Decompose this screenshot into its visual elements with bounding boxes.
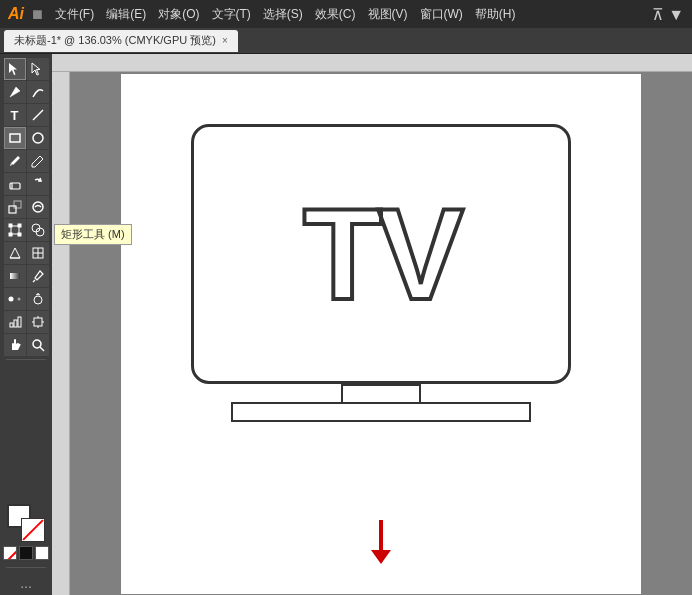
shape-builder-tool[interactable] — [27, 219, 49, 241]
line-tool[interactable] — [27, 104, 49, 126]
workspace-icon[interactable]: ⊼ ▼ — [652, 5, 684, 24]
svg-line-2 — [33, 110, 43, 120]
svg-rect-30 — [34, 318, 42, 326]
svg-line-36 — [40, 347, 44, 351]
menu-select[interactable]: 选择(S) — [263, 6, 303, 23]
menu-window[interactable]: 窗口(W) — [420, 6, 463, 23]
arrow-head — [371, 550, 391, 564]
menu-effect[interactable]: 效果(C) — [315, 6, 356, 23]
svg-point-35 — [33, 340, 41, 348]
more-tools-button[interactable]: ... — [20, 575, 32, 591]
pen-tool[interactable] — [4, 81, 26, 103]
tool-row-9 — [4, 242, 49, 264]
tv-screen: TV — [191, 124, 571, 384]
svg-marker-1 — [32, 63, 40, 75]
eyedropper-tool[interactable] — [27, 265, 49, 287]
tab-label: 未标题-1* @ 136.03% (CMYK/GPU 预览) — [14, 33, 216, 48]
svg-point-9 — [33, 202, 43, 212]
svg-rect-14 — [18, 233, 21, 236]
mesh-tool[interactable] — [27, 242, 49, 264]
canvas-wrapper: 软件自学网 WWW.RJZXW.COM TV — [52, 54, 692, 595]
scale-tool[interactable] — [4, 196, 26, 218]
paintbrush-tool[interactable] — [4, 150, 26, 172]
document-canvas: 软件自学网 WWW.RJZXW.COM TV — [121, 74, 641, 594]
tool-row-10 — [4, 265, 49, 287]
tool-row-12 — [4, 311, 49, 333]
tab-close-button[interactable]: × — [222, 35, 228, 46]
horizontal-ruler — [52, 54, 692, 72]
menu-text[interactable]: 文字(T) — [212, 6, 251, 23]
toolbar: 矩形工具 (M) T — [0, 54, 52, 595]
app-logo: Ai — [8, 5, 24, 23]
selection-tool[interactable] — [4, 58, 26, 80]
tool-row-1 — [4, 58, 49, 80]
document-tab[interactable]: 未标题-1* @ 136.03% (CMYK/GPU 预览) × — [4, 30, 238, 52]
graph-tool[interactable] — [4, 311, 26, 333]
tool-row-6 — [4, 173, 49, 195]
svg-rect-29 — [18, 317, 21, 327]
menu-object[interactable]: 对象(O) — [158, 6, 199, 23]
canvas-area[interactable]: 软件自学网 WWW.RJZXW.COM TV — [70, 72, 692, 595]
title-bar: Ai ■ 文件(F) 编辑(E) 对象(O) 文字(T) 选择(S) 效果(C)… — [0, 0, 692, 28]
color-area — [3, 504, 49, 564]
tool-row-4 — [4, 127, 49, 149]
svg-rect-8 — [14, 201, 21, 208]
direct-selection-tool[interactable] — [27, 58, 49, 80]
svg-point-4 — [33, 133, 43, 143]
blend-tool[interactable] — [4, 288, 26, 310]
menu-edit[interactable]: 编辑(E) — [106, 6, 146, 23]
tool-row-7 — [4, 196, 49, 218]
svg-rect-21 — [10, 273, 20, 279]
quick-swatches — [3, 546, 49, 560]
warp-tool[interactable] — [27, 196, 49, 218]
free-transform-tool[interactable] — [4, 219, 26, 241]
rectangle-tool[interactable] — [4, 127, 26, 149]
tv-neck — [341, 384, 421, 402]
menu-bar[interactable]: 文件(F) 编辑(E) 对象(O) 文字(T) 选择(S) 效果(C) 视图(V… — [55, 6, 516, 23]
svg-line-22 — [33, 280, 35, 282]
menu-view[interactable]: 视图(V) — [368, 6, 408, 23]
black-swatch[interactable] — [19, 546, 33, 560]
gradient-tool[interactable] — [4, 265, 26, 287]
svg-rect-3 — [10, 134, 20, 142]
stroke-fill-selector[interactable] — [7, 504, 45, 542]
tool-row-5 — [4, 150, 49, 172]
svg-point-25 — [34, 296, 42, 304]
tool-row-13 — [4, 334, 49, 356]
toolbar-divider-2 — [6, 567, 46, 568]
tv-illustration: TV — [191, 124, 571, 422]
red-arrow — [371, 520, 391, 564]
vertical-ruler — [52, 72, 70, 595]
symbol-sprayer-tool[interactable] — [27, 288, 49, 310]
rotate-tool[interactable] — [27, 173, 49, 195]
eraser-tool[interactable] — [4, 173, 26, 195]
zoom-tool[interactable] — [27, 334, 49, 356]
menu-file[interactable]: 文件(F) — [55, 6, 94, 23]
menu-help[interactable]: 帮助(H) — [475, 6, 516, 23]
tab-bar: 未标题-1* @ 136.03% (CMYK/GPU 预览) × — [0, 28, 692, 54]
svg-rect-28 — [14, 320, 17, 327]
tool-row-2 — [4, 81, 49, 103]
artboard-tool[interactable] — [27, 311, 49, 333]
toolbar-divider — [6, 359, 46, 360]
svg-rect-27 — [10, 323, 13, 327]
tool-row-8 — [4, 219, 49, 241]
canvas-row: 软件自学网 WWW.RJZXW.COM TV — [52, 72, 692, 595]
curvature-tool[interactable] — [27, 81, 49, 103]
hand-tool[interactable] — [4, 334, 26, 356]
svg-rect-7 — [9, 206, 16, 213]
perspective-grid-tool[interactable] — [4, 242, 26, 264]
type-tool[interactable]: T — [4, 104, 26, 126]
none-swatch[interactable] — [3, 546, 17, 560]
tool-row-3: T — [4, 104, 49, 126]
pencil-tool[interactable] — [27, 150, 49, 172]
tool-row-11 — [4, 288, 49, 310]
svg-rect-13 — [9, 233, 12, 236]
stroke-box[interactable] — [21, 518, 45, 542]
tv-base — [231, 402, 531, 422]
svg-rect-11 — [9, 224, 12, 227]
tv-label: TV — [303, 189, 459, 319]
ellipse-tool[interactable] — [27, 127, 49, 149]
white-swatch[interactable] — [35, 546, 49, 560]
svg-point-24 — [17, 298, 20, 301]
